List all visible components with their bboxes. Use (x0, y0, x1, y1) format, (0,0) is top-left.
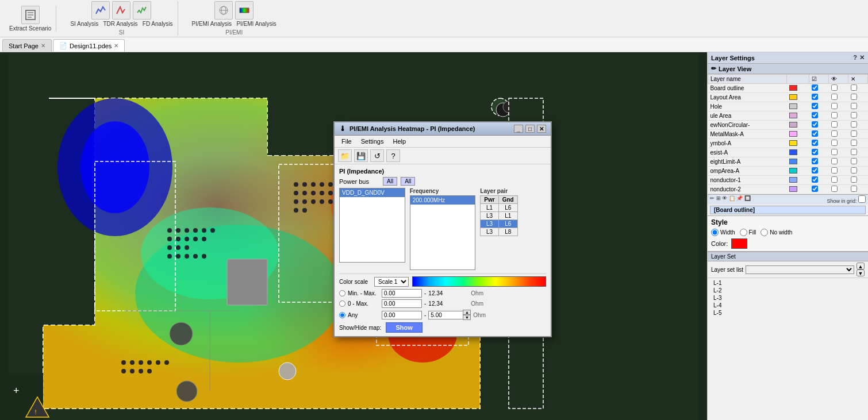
layer-row[interactable]: eightLimit-A (708, 157, 868, 167)
layer-row[interactable]: ewNonCircular- (708, 121, 868, 130)
range-radio-1[interactable] (339, 300, 345, 307)
menu-file[interactable]: File (337, 137, 356, 146)
layer-color-cell[interactable] (787, 121, 809, 130)
tab-close-start[interactable]: ✕ (41, 43, 45, 49)
dialog-close[interactable]: ✕ (537, 125, 546, 133)
frequency-item[interactable]: 200.000MHz (410, 196, 475, 205)
layer-row[interactable]: nonductor-1 (708, 176, 868, 185)
layer-x-cell[interactable] (848, 111, 868, 121)
layer-color-cell[interactable] (787, 93, 809, 102)
save-tool-btn[interactable]: 💾 (354, 149, 368, 162)
layer-row[interactable]: esist-A (708, 148, 868, 157)
layer-x-cell[interactable] (848, 176, 868, 185)
power-bus-listbox[interactable]: VDD_D_GND0V (339, 188, 405, 263)
eye-tool[interactable]: 👁 (722, 195, 727, 201)
color-swatch[interactable] (731, 238, 747, 249)
layer-color-cell[interactable] (787, 185, 809, 194)
layer-x-cell[interactable] (848, 93, 868, 102)
layer-cb1-cell[interactable] (809, 167, 829, 176)
help-tool-btn[interactable]: ? (386, 149, 400, 162)
range-input1-1[interactable] (382, 299, 422, 308)
menu-help[interactable]: Help (388, 137, 410, 146)
frequency-listbox[interactable]: 200.000MHz (410, 195, 476, 270)
si-analysis-icon[interactable] (91, 1, 110, 20)
scale-select[interactable]: Scale 1 Scale 2 Scale 3 (374, 277, 409, 287)
layer-eye-cell[interactable] (829, 93, 848, 102)
layer-x-cell[interactable] (848, 102, 868, 111)
dialog-minimize[interactable]: _ (514, 125, 523, 133)
pcb-canvas[interactable]: + ! 🌡 PI/EMI Analysis Heatmap - PI (Impe… (0, 52, 707, 420)
layer-set-item[interactable]: L-1 (711, 279, 865, 287)
layer-cb1-cell[interactable] (809, 111, 829, 121)
fd-analysis-icon[interactable] (133, 1, 151, 20)
dialog-maximize[interactable]: □ (525, 125, 535, 133)
layer-pair-row[interactable]: L3L1 (481, 212, 517, 220)
layer-row[interactable]: nonductor-2 (708, 185, 868, 194)
layer-eye-cell[interactable] (829, 157, 848, 167)
layer-color-cell[interactable] (787, 148, 809, 157)
extract-scenario-icon[interactable] (21, 6, 40, 24)
layer-row[interactable]: ompArea-A (708, 167, 868, 176)
layer-cb1-cell[interactable] (809, 130, 829, 139)
tab-close-design[interactable]: ✕ (114, 43, 118, 49)
refresh-tool-btn[interactable]: ↺ (370, 149, 384, 162)
layer-eye-cell[interactable] (829, 148, 848, 157)
help-icon[interactable]: ? (853, 54, 857, 61)
all-btn-1[interactable]: All (383, 177, 397, 186)
layer-eye-cell[interactable] (829, 167, 848, 176)
layer-color-cell[interactable] (787, 157, 809, 167)
piemi-analysis-icon[interactable] (214, 1, 233, 20)
grid-tool[interactable]: ⊞ (716, 195, 721, 201)
layer-eye-cell[interactable] (829, 176, 848, 185)
layer-eye-cell[interactable] (829, 130, 848, 139)
layer-eye-cell[interactable] (829, 121, 848, 130)
range-input1-0[interactable] (382, 289, 422, 298)
tab-design[interactable]: 📄 Design11.pdes ✕ (53, 39, 125, 52)
layer-color-cell[interactable] (787, 130, 809, 139)
style-fill[interactable]: Fill (740, 229, 756, 236)
layer-cb1-cell[interactable] (809, 176, 829, 185)
layer-set-item[interactable]: L-2 (711, 287, 865, 294)
box-tool[interactable]: 🔲 (744, 195, 751, 201)
layer-pair-row[interactable]: L3L8 (481, 228, 517, 236)
range-input1-2[interactable] (382, 311, 422, 319)
layer-color-cell[interactable] (787, 139, 809, 148)
layer-x-cell[interactable] (848, 185, 868, 194)
style-nowidth[interactable]: No width (761, 229, 792, 236)
range-radio-2[interactable] (339, 312, 345, 318)
layer-cb1-cell[interactable] (809, 84, 829, 93)
show-in-grid-cb[interactable] (858, 195, 866, 203)
layer-row[interactable]: Hole (708, 102, 868, 111)
layer-color-cell[interactable] (787, 176, 809, 185)
layer-set-select[interactable] (746, 265, 854, 274)
layer-set-item[interactable]: L-4 (711, 302, 865, 309)
layer-eye-cell[interactable] (829, 185, 848, 194)
layer-cb1-cell[interactable] (809, 185, 829, 194)
layer-color-cell[interactable] (787, 111, 809, 121)
power-bus-item[interactable]: VDD_D_GND0V (340, 188, 405, 197)
show-btn[interactable]: Show (386, 322, 422, 333)
layer-row[interactable]: Board outline (708, 84, 868, 93)
layer-set-item[interactable]: L-3 (711, 294, 865, 302)
menu-settings[interactable]: Settings (356, 137, 389, 146)
layer-set-item[interactable]: L-5 (711, 309, 865, 317)
layer-x-cell[interactable] (848, 148, 868, 157)
layer-pair-row[interactable]: L1L6 (481, 204, 517, 212)
layer-x-cell[interactable] (848, 121, 868, 130)
tdr-analysis-icon[interactable] (112, 1, 130, 20)
layer-color-cell[interactable] (787, 84, 809, 93)
layer-cb1-cell[interactable] (809, 102, 829, 111)
layer-eye-cell[interactable] (829, 102, 848, 111)
layer-cb1-cell[interactable] (809, 139, 829, 148)
range-radio-0[interactable] (339, 290, 345, 296)
layer-set-down[interactable]: ▼ (857, 269, 865, 276)
layer-x-cell[interactable] (848, 167, 868, 176)
copy-tool[interactable]: 📋 (729, 195, 735, 201)
layer-x-cell[interactable] (848, 84, 868, 93)
layer-eye-cell[interactable] (829, 111, 848, 121)
piemi-heatmap-icon[interactable] (235, 1, 254, 20)
pin-tool[interactable]: 📌 (736, 195, 743, 201)
layer-row[interactable]: Layout Area (708, 93, 868, 102)
spin-up-2[interactable]: ▲ (463, 310, 471, 315)
layer-cb1-cell[interactable] (809, 157, 829, 167)
